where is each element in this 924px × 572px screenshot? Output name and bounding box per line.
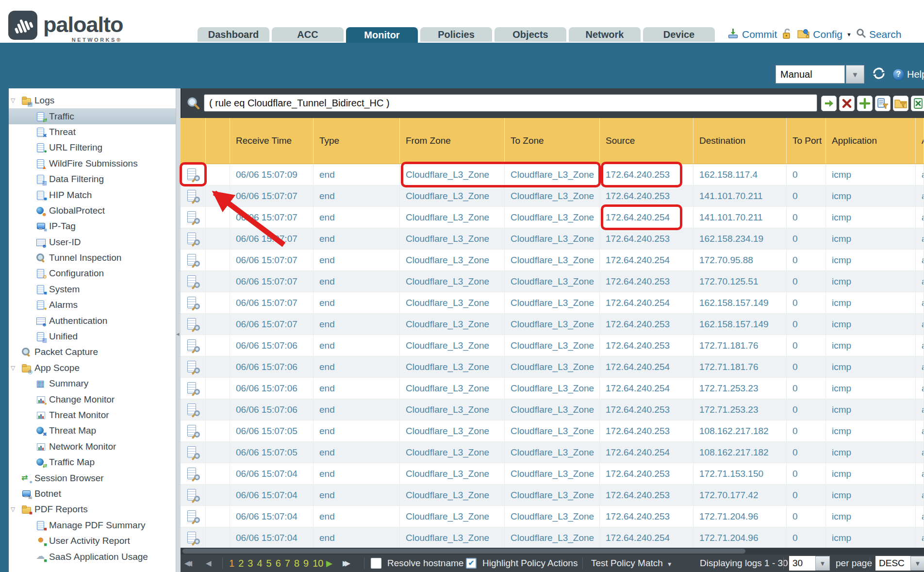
cell-source[interactable]: 172.64.240.253 (600, 506, 693, 527)
cell-receive-time[interactable]: 06/06 15:07:07 (230, 207, 314, 228)
cell-from-zone[interactable]: Cloudflare_L3_Zone (400, 250, 505, 270)
cell-action[interactable]: a (916, 207, 924, 228)
cell-receive-time[interactable]: 06/06 15:07:04 (230, 527, 314, 548)
sidebar-item-session-browser[interactable]: ●Session Browser (9, 470, 176, 486)
log-detail-icon[interactable] (187, 275, 199, 288)
cell-type[interactable]: end (314, 421, 400, 441)
cell-action[interactable]: a (916, 421, 924, 441)
cell-type[interactable]: end (314, 399, 400, 420)
tab-device[interactable]: Device (643, 27, 715, 42)
cell-to-zone[interactable]: Cloudflare_L3_Zone (505, 378, 600, 399)
log-detail-icon[interactable] (187, 531, 199, 545)
lock-icon[interactable] (781, 28, 792, 42)
cell-destination[interactable]: 162.158.157.149 (693, 292, 787, 313)
tree-expand-caret-icon[interactable]: ▽ (11, 506, 21, 513)
cell-source[interactable]: 172.64.240.253 (600, 185, 693, 206)
sidebar-splitter[interactable]: ◂ (176, 88, 181, 572)
page-number-1[interactable]: 1 (229, 558, 234, 569)
sidebar-item-botnet[interactable]: ☠Botnet (9, 486, 176, 502)
tab-acc[interactable]: ACC (272, 27, 344, 42)
cell-application[interactable]: icmp (826, 378, 916, 399)
sidebar-item-packet-capture[interactable]: Packet Capture (9, 344, 176, 360)
cell-destination[interactable]: 162.158.234.19 (693, 228, 787, 249)
cell-destination[interactable]: 172.71.204.96 (693, 506, 787, 527)
commit-button[interactable]: Commit (727, 28, 777, 42)
cell-action[interactable]: a (916, 485, 924, 505)
cell-action[interactable]: a (916, 271, 924, 292)
cell-receive-time[interactable]: 06/06 15:07:06 (230, 399, 314, 420)
cell-to-port[interactable]: 0 (787, 314, 826, 335)
page-number-2[interactable]: 2 (238, 558, 244, 569)
sidebar-item-globalprotect[interactable]: ☻GlobalProtect (9, 203, 176, 219)
search-button[interactable]: Search (856, 28, 902, 41)
cell-action[interactable]: a (916, 228, 924, 249)
log-detail-icon[interactable] (187, 253, 199, 267)
sidebar-item-configuration[interactable]: ⚙Configuration (9, 266, 176, 281)
cell-to-port[interactable]: 0 (787, 399, 826, 420)
cell-action[interactable]: a (916, 335, 924, 356)
cell-type[interactable]: end (314, 356, 400, 377)
cell-receive-time[interactable]: 06/06 15:07:07 (230, 292, 314, 313)
cell-from-zone[interactable]: Cloudflare_L3_Zone (400, 271, 505, 292)
highlight-policy-actions-checkbox[interactable]: ✔ (466, 558, 477, 569)
clear-filter-button[interactable] (839, 96, 855, 111)
cell-destination[interactable]: 141.101.70.211 (693, 185, 787, 206)
cell-application[interactable]: icmp (826, 356, 916, 377)
cell-receive-time[interactable]: 06/06 15:07:05 (230, 421, 314, 441)
cell-from-zone[interactable]: Cloudflare_L3_Zone (400, 314, 505, 335)
cell-type[interactable]: end (314, 442, 400, 463)
refresh-icon[interactable] (871, 66, 887, 83)
cell-application[interactable]: icmp (826, 463, 916, 484)
cell-action[interactable]: a (916, 356, 924, 377)
cell-type[interactable]: end (314, 207, 400, 228)
sidebar-item-traffic[interactable]: ⇄Traffic (9, 108, 176, 124)
log-detail-icon[interactable] (187, 318, 199, 331)
log-detail-icon[interactable] (187, 168, 199, 182)
cell-application[interactable]: icmp (826, 335, 916, 356)
cell-from-zone[interactable]: Cloudflare_L3_Zone (400, 185, 505, 206)
page-number-3[interactable]: 3 (248, 558, 253, 569)
sidebar-item-url-filtering[interactable]: ●URL Filtering (9, 140, 176, 155)
log-detail-icon[interactable] (187, 424, 199, 438)
sidebar-item-unified[interactable]: ▥Unified (9, 329, 176, 344)
cell-action[interactable]: a (916, 442, 924, 463)
cell-from-zone[interactable]: Cloudflare_L3_Zone (400, 421, 505, 441)
cell-action[interactable]: a (916, 164, 924, 185)
cell-destination[interactable]: 172.70.177.42 (693, 485, 787, 505)
cell-to-zone[interactable]: Cloudflare_L3_Zone (505, 185, 600, 206)
tree-expand-caret-icon[interactable]: ▽ (11, 365, 21, 371)
horizontal-scrollbar-thumb[interactable] (182, 549, 745, 554)
page-number-7[interactable]: 7 (285, 558, 290, 569)
column-header-source[interactable]: Source (600, 118, 693, 164)
log-detail-icon[interactable] (187, 211, 199, 224)
cell-application[interactable]: icmp (826, 506, 916, 527)
cell-application[interactable]: icmp (826, 250, 916, 270)
sidebar-item-user-id[interactable]: ☻User-ID (9, 235, 176, 250)
sidebar-item-summary[interactable]: Summary (9, 376, 176, 391)
cell-source[interactable]: 172.64.240.253 (600, 399, 693, 420)
cell-source[interactable]: 172.64.240.253 (600, 421, 693, 441)
cell-source[interactable]: 172.64.240.254 (600, 207, 693, 228)
cell-source[interactable]: 172.64.240.254 (600, 356, 693, 377)
sort-order-select[interactable]: DESC (875, 556, 910, 571)
per-page-dropdown-button[interactable]: ▼ (815, 556, 830, 571)
cell-from-zone[interactable]: Cloudflare_L3_Zone (400, 228, 505, 249)
column-header-receive-time[interactable]: Receive Time (230, 118, 314, 164)
cell-destination[interactable]: 108.162.217.182 (693, 442, 787, 463)
cell-to-zone[interactable]: Cloudflare_L3_Zone (505, 463, 600, 484)
cell-action[interactable]: a (916, 378, 924, 399)
cell-source[interactable]: 172.64.240.254 (600, 442, 693, 463)
page-number-8[interactable]: 8 (294, 558, 299, 569)
cell-source[interactable]: 172.64.240.254 (600, 292, 693, 313)
sidebar-item-system[interactable]: ■System (9, 282, 176, 297)
cell-from-zone[interactable]: Cloudflare_L3_Zone (400, 485, 505, 505)
cell-to-zone[interactable]: Cloudflare_L3_Zone (505, 250, 600, 270)
cell-from-zone[interactable]: Cloudflare_L3_Zone (400, 356, 505, 377)
cell-to-zone[interactable]: Cloudflare_L3_Zone (505, 399, 600, 420)
cell-from-zone[interactable]: Cloudflare_L3_Zone (400, 399, 505, 420)
collapse-sidebar-icon[interactable]: ◂ (176, 330, 180, 337)
cell-from-zone[interactable]: Cloudflare_L3_Zone (400, 335, 505, 356)
sidebar-item-hip-match[interactable]: ■HIP Match (9, 187, 176, 202)
column-header-from-zone[interactable]: From Zone (400, 118, 505, 164)
sidebar-item-authentication[interactable]: ☻Authentication (9, 313, 176, 328)
